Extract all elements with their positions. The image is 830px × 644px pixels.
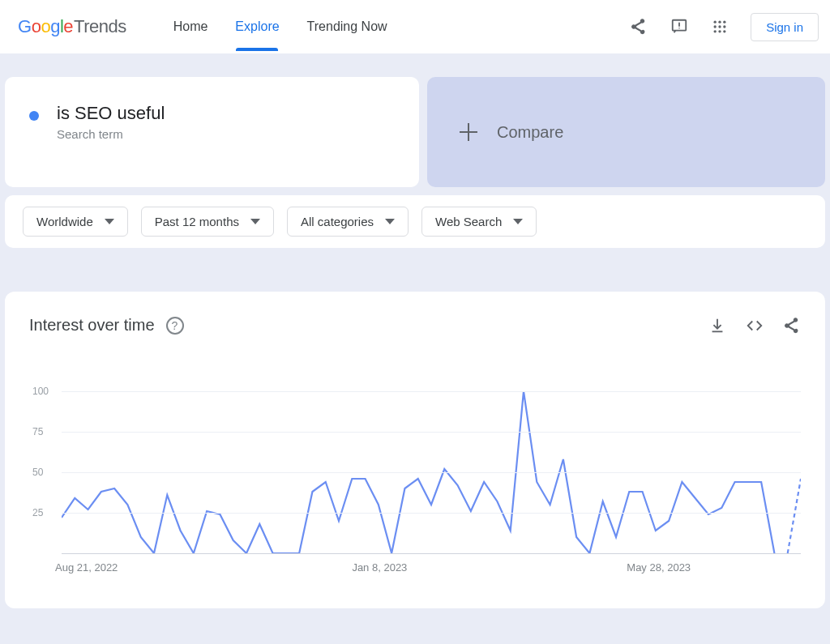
- svg-point-7: [723, 25, 725, 28]
- chart-grid: 255075100: [32, 391, 801, 553]
- nav-explore[interactable]: Explore: [235, 3, 279, 50]
- filter-geo[interactable]: Worldwide: [23, 207, 128, 237]
- download-icon[interactable]: [708, 317, 726, 335]
- chart-y-tick: 25: [32, 507, 43, 518]
- svg-point-9: [718, 30, 721, 32]
- embed-icon[interactable]: [746, 317, 764, 335]
- filters-bar: Worldwide Past 12 months All categories …: [5, 195, 825, 248]
- apps-grid-icon[interactable]: [710, 17, 729, 36]
- chart-y-tick: 75: [32, 426, 43, 437]
- chevron-down-icon: [250, 219, 260, 224]
- search-term-title: is SEO useful: [57, 103, 165, 124]
- chevron-down-icon: [385, 219, 395, 224]
- chart-y-tick: 100: [32, 386, 49, 397]
- chevron-down-icon: [105, 219, 114, 224]
- main-nav: Home Explore Trending Now: [173, 3, 387, 50]
- svg-point-3: [718, 21, 721, 23]
- svg-point-6: [718, 25, 721, 28]
- chevron-down-icon: [513, 219, 523, 224]
- svg-point-10: [723, 30, 725, 32]
- svg-point-1: [678, 28, 679, 28]
- search-term-card[interactable]: is SEO useful Search term: [5, 77, 419, 187]
- search-term-subtitle: Search term: [57, 127, 165, 141]
- chart-x-tick: Aug 21, 2022: [55, 561, 118, 574]
- share-icon[interactable]: [629, 17, 648, 36]
- share-chart-icon[interactable]: [783, 317, 801, 335]
- svg-point-2: [714, 21, 717, 23]
- chart-area: 255075100 Aug 21, 2022Jan 8, 2023May 28,…: [29, 391, 801, 576]
- filter-geo-label: Worldwide: [36, 215, 93, 228]
- feedback-icon[interactable]: [670, 17, 689, 36]
- chart-y-tick: 50: [32, 467, 43, 478]
- filter-category[interactable]: All categories: [287, 207, 409, 237]
- filter-search-type[interactable]: Web Search: [421, 207, 537, 237]
- svg-point-4: [723, 21, 725, 23]
- help-icon[interactable]: ?: [166, 317, 184, 335]
- nav-trending-now[interactable]: Trending Now: [307, 3, 387, 50]
- chart-tools: [708, 317, 801, 335]
- nav-home[interactable]: Home: [173, 3, 208, 50]
- compare-row: is SEO useful Search term Compare: [0, 54, 830, 187]
- app-header: Google Trends Home Explore Trending Now …: [0, 0, 830, 54]
- chart-title: Interest over time: [29, 316, 155, 335]
- header-actions: Sign in: [629, 13, 819, 41]
- plus-icon: [460, 123, 477, 141]
- interest-over-time-panel: Interest over time ? 255075100 Aug 21, 2…: [5, 292, 825, 608]
- filter-timeframe[interactable]: Past 12 months: [141, 207, 274, 237]
- logo-google: Google: [18, 16, 73, 37]
- compare-label: Compare: [497, 123, 563, 142]
- chart-x-tick: Jan 8, 2023: [352, 561, 407, 574]
- chart-x-axis: Aug 21, 2022Jan 8, 2023May 28, 2023: [58, 561, 801, 576]
- signin-button[interactable]: Sign in: [751, 13, 819, 41]
- filter-type-label: Web Search: [435, 215, 502, 228]
- chart-header: Interest over time ?: [29, 316, 801, 335]
- logo-trends: Trends: [74, 16, 126, 37]
- svg-point-8: [714, 30, 717, 32]
- series-color-dot: [29, 111, 39, 121]
- chart-x-tick: May 28, 2023: [627, 561, 691, 574]
- filter-timeframe-label: Past 12 months: [155, 215, 239, 228]
- add-compare-card[interactable]: Compare: [427, 77, 825, 187]
- svg-point-5: [714, 25, 717, 28]
- filter-category-label: All categories: [301, 215, 374, 228]
- logo[interactable]: Google Trends: [18, 16, 126, 37]
